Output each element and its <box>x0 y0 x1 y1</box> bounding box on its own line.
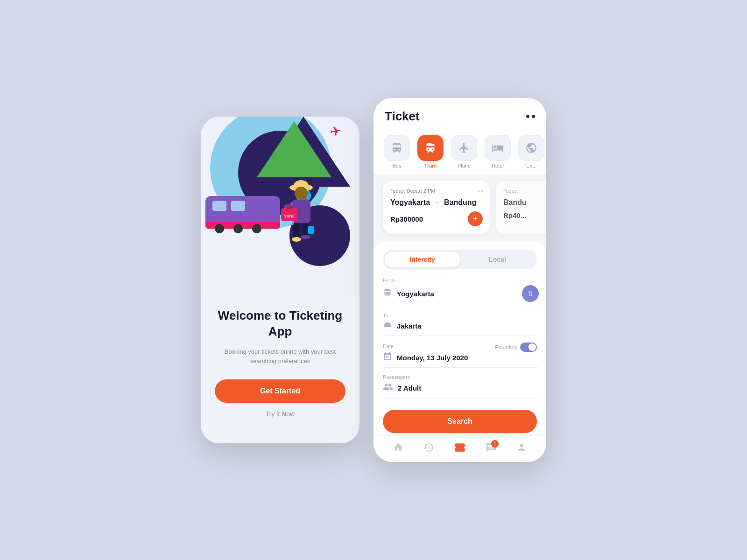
welcome-title: Welcome to Ticketing App <box>215 308 345 340</box>
date-field: Date Roundtrip <box>383 343 537 368</box>
hotel-label: Hotel <box>492 163 504 168</box>
ticket-page-title: Ticket <box>385 109 420 124</box>
from-train-icon <box>383 288 392 300</box>
from-city-1: Yogyakarta <box>390 198 430 207</box>
hotel-icon-box <box>485 135 511 161</box>
ticket-card-1-footer: Rp300000 + <box>390 211 483 226</box>
ticket-more-1[interactable] <box>478 190 483 192</box>
search-form-section: Intercity Local From ⇅ To <box>374 242 546 435</box>
swap-button[interactable]: ⇅ <box>522 285 539 302</box>
svg-text:Travel: Travel <box>283 214 295 218</box>
add-ticket-button-1[interactable]: + <box>468 211 483 226</box>
nav-chat[interactable]: 2 <box>486 442 497 456</box>
from-label: From <box>383 278 537 283</box>
date-input-row <box>383 352 537 368</box>
search-button[interactable]: Search <box>383 410 537 433</box>
mountain-green <box>257 121 331 177</box>
from-city-2: Bandu <box>503 198 527 207</box>
ticket-card-1-route: Yogyakarta → Bandung <box>390 198 483 207</box>
category-explore[interactable]: Ex... <box>517 135 545 168</box>
to-field: To <box>383 313 537 336</box>
welcome-content: Welcome to Ticketing App Booking your ti… <box>201 294 359 443</box>
train-window-2 <box>231 201 245 211</box>
bus-label: Bus <box>393 163 402 168</box>
dot-2 <box>532 115 535 118</box>
from-field: From ⇅ <box>383 278 537 306</box>
train-label: Train <box>424 163 437 168</box>
passengers-input-row <box>383 382 537 399</box>
train-body <box>205 196 280 229</box>
search-tabs: Intercity Local <box>383 250 537 269</box>
profile-icon <box>516 442 527 456</box>
svg-rect-11 <box>287 206 292 209</box>
train-icon-box <box>417 135 444 161</box>
plane-label: Plane <box>458 163 471 168</box>
category-bar: Bus Train Plane <box>374 131 546 174</box>
category-bus[interactable]: Bus <box>383 135 411 168</box>
to-input-row <box>383 320 537 336</box>
person-figure: Travel <box>280 179 322 252</box>
svg-point-6 <box>292 237 301 242</box>
train-wheel-1 <box>215 224 224 233</box>
roundtrip-row: Roundtrip <box>495 343 537 352</box>
ticket-price-2: Rp40... <box>503 211 526 219</box>
ticket-card-2-header: Today, <box>503 188 544 194</box>
ticket-card-2[interactable]: Today, Bandu Rp40... <box>496 181 546 234</box>
tab-intercity[interactable]: Intercity <box>385 252 460 267</box>
to-input[interactable] <box>397 322 537 330</box>
illustration-area: ✈ 🚌 <box>201 117 359 294</box>
calendar-icon <box>383 352 392 364</box>
date-label: Date <box>383 343 394 349</box>
tab-local[interactable]: Local <box>460 252 535 267</box>
ticket-card-1-date: Today, Depart 2 PM <box>390 188 435 194</box>
ticket-price-1: Rp300000 <box>390 215 423 223</box>
from-input-row: ⇅ <box>383 285 537 306</box>
passengers-field: Passengers <box>383 374 537 399</box>
passengers-icon <box>383 382 393 394</box>
nav-tickets[interactable] <box>454 441 466 456</box>
ticket-card-1[interactable]: Today, Depart 2 PM Yogyakarta → Bandung … <box>383 181 490 234</box>
date-row: Date Roundtrip <box>383 343 537 352</box>
nav-home[interactable] <box>393 442 404 456</box>
svg-point-2 <box>295 187 308 200</box>
plane-icon-box <box>451 135 477 161</box>
date-input[interactable] <box>397 354 537 362</box>
nav-profile[interactable] <box>516 442 527 456</box>
train-window-1 <box>212 201 226 211</box>
toggle-circle <box>529 343 536 351</box>
get-started-button[interactable]: Get Started <box>215 379 345 403</box>
roundtrip-label: Roundtrip <box>495 344 517 350</box>
svg-point-7 <box>301 235 310 239</box>
from-input[interactable] <box>397 290 515 298</box>
ticket-card-2-route: Bandu <box>503 198 544 207</box>
welcome-phone: ✈ 🚌 <box>201 117 359 443</box>
phones-container: ✈ 🚌 <box>201 98 546 462</box>
ticket-card-2-date: Today, <box>503 188 518 194</box>
ticket-card-2-footer: Rp40... <box>503 211 544 219</box>
bus-icon-box <box>384 135 410 161</box>
try-now-link[interactable]: Try it Now <box>266 410 295 418</box>
category-hotel[interactable]: Hotel <box>484 135 512 168</box>
more-menu-button[interactable] <box>526 115 535 118</box>
train-wheel-3 <box>252 224 261 233</box>
explore-icon-box <box>518 135 544 161</box>
ticket-icon <box>454 441 466 456</box>
category-train[interactable]: Train <box>416 135 444 168</box>
explore-label: Ex... <box>526 163 536 168</box>
route-arrow-1: → <box>434 199 440 206</box>
ticket-cards-scroll: Today, Depart 2 PM Yogyakarta → Bandung … <box>374 174 546 240</box>
roundtrip-toggle[interactable] <box>520 343 537 352</box>
chat-badge: 2 <box>491 440 499 448</box>
category-plane[interactable]: Plane <box>450 135 478 168</box>
ticket-phone: Ticket Bus <box>374 98 546 462</box>
passengers-input[interactable] <box>398 384 537 392</box>
nav-history[interactable] <box>423 442 434 456</box>
train-wheel-2 <box>233 224 243 233</box>
passengers-label: Passengers <box>383 374 537 380</box>
ticket-card-1-header: Today, Depart 2 PM <box>390 188 483 194</box>
to-train-icon <box>383 320 392 332</box>
bottom-nav: 2 <box>374 435 546 462</box>
home-icon <box>393 442 404 456</box>
svg-rect-12 <box>308 226 314 234</box>
to-city-1: Bandung <box>444 198 476 207</box>
